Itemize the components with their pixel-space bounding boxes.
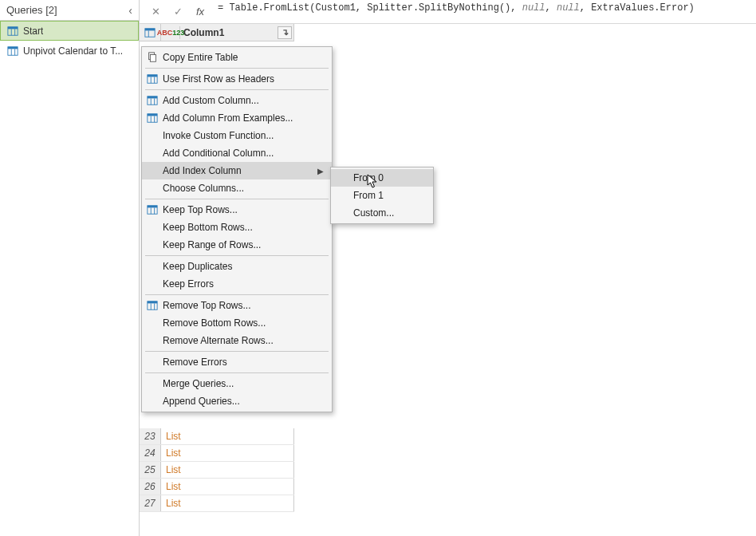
- menu-item[interactable]: Copy Entire Table: [142, 49, 332, 66]
- svg-rect-26: [148, 206, 157, 208]
- chevron-right-icon: ▶: [313, 167, 324, 175]
- pane-collapse-icon[interactable]: ‹: [128, 4, 132, 17]
- cell[interactable]: List: [161, 428, 294, 444]
- submenu-item[interactable]: From 0: [331, 169, 433, 187]
- row-index: 23: [140, 428, 161, 444]
- queries-title: Queries [2]: [6, 4, 57, 16]
- menu-item[interactable]: Add Index Column▶: [142, 162, 332, 179]
- column-filter-dropdown[interactable]: [278, 26, 292, 39]
- menu-item[interactable]: Keep Range of Rows...: [142, 236, 332, 254]
- table-row[interactable]: 27 List: [140, 495, 294, 512]
- table-icon: [142, 300, 163, 311]
- table-icon: [142, 73, 163, 85]
- menu-item[interactable]: Remove Errors: [142, 353, 332, 371]
- menu-separator: [145, 294, 329, 295]
- formula-cancel-button[interactable]: ✕: [144, 2, 167, 22]
- menu-item-label: Add Index Column: [163, 165, 313, 176]
- menu-item[interactable]: Add Column From Examples...: [142, 109, 332, 127]
- menu-item[interactable]: Remove Alternate Rows...: [142, 332, 332, 349]
- cell[interactable]: List: [161, 495, 294, 511]
- menu-separator: [145, 372, 329, 373]
- formula-fx-button[interactable]: fx: [189, 2, 211, 22]
- menu-item-label: Keep Range of Rows...: [163, 239, 324, 250]
- table-header-row: ABC123 Column1: [140, 24, 294, 41]
- svg-rect-9: [145, 28, 155, 30]
- table-icon: [142, 112, 163, 124]
- table-body: 23 List 24 List 25 List 26 List 27 List: [140, 428, 294, 512]
- column-header-label: Column1: [183, 27, 224, 38]
- queries-header: Queries [2] ‹: [0, 0, 139, 21]
- row-index: 24: [140, 445, 161, 461]
- menu-item-label: Add Conditional Column...: [163, 148, 324, 159]
- menu-item[interactable]: Append Queries...: [142, 392, 332, 410]
- table-row[interactable]: 25 List: [140, 462, 294, 479]
- menu-item-label: Merge Queries...: [163, 378, 324, 389]
- table-row[interactable]: 26 List: [140, 479, 294, 495]
- context-menu: Copy Entire TableUse First Row as Header…: [141, 46, 333, 412]
- menu-separator: [145, 68, 329, 69]
- menu-item[interactable]: Keep Bottom Rows...: [142, 219, 332, 236]
- query-label: Start: [23, 26, 43, 37]
- menu-item-label: Copy Entire Table: [163, 52, 324, 63]
- cell[interactable]: List: [161, 479, 294, 495]
- svg-rect-1: [8, 26, 18, 29]
- query-item-unpivot[interactable]: Unpivot Calendar to T...: [0, 41, 139, 61]
- menu-item-label: Use First Row as Headers: [163, 73, 324, 85]
- column-header-column1[interactable]: ABC123 Column1: [161, 24, 294, 41]
- submenu-item[interactable]: From 1: [331, 187, 433, 204]
- menu-item[interactable]: Remove Top Rows...: [142, 297, 332, 314]
- menu-item[interactable]: Keep Top Rows...: [142, 201, 332, 219]
- submenu-item[interactable]: Custom...: [331, 204, 433, 222]
- menu-item-label: Remove Alternate Rows...: [163, 335, 324, 346]
- table-icon: [142, 204, 163, 215]
- menu-item[interactable]: Merge Queries...: [142, 375, 332, 392]
- query-label: Unpivot Calendar to T...: [23, 45, 123, 57]
- menu-item-label: Add Custom Column...: [163, 95, 324, 106]
- menu-item[interactable]: Add Conditional Column...: [142, 144, 332, 162]
- menu-item-label: Add Column From Examples...: [163, 112, 324, 124]
- menu-separator: [145, 89, 329, 90]
- table-row[interactable]: 23 List: [140, 428, 294, 445]
- formula-input[interactable]: = Table.FromList(Custom1, Splitter.Split…: [211, 2, 756, 22]
- svg-rect-12: [150, 55, 156, 62]
- menu-item-label: Remove Bottom Rows...: [163, 317, 324, 329]
- queries-pane: Queries [2] ‹ Start Unpivot Calendar to …: [0, 0, 140, 536]
- query-item-start[interactable]: Start: [0, 21, 139, 41]
- menu-item-label: Remove Top Rows...: [163, 300, 324, 311]
- menu-item[interactable]: Use First Row as Headers: [142, 70, 332, 88]
- copy-icon: [142, 52, 163, 63]
- menu-item-label: Keep Errors: [163, 278, 324, 290]
- table-icon: [7, 45, 18, 57]
- formula-bar: ✕ ✓ fx = Table.FromList(Custom1, Splitte…: [140, 0, 756, 24]
- svg-rect-18: [148, 97, 157, 99]
- table-icon: [7, 26, 18, 37]
- menu-item[interactable]: Invoke Custom Function...: [142, 127, 332, 144]
- menu-item-label: Keep Bottom Rows...: [163, 222, 324, 233]
- menu-separator: [145, 351, 329, 352]
- menu-item-label: Choose Columns...: [163, 183, 324, 194]
- menu-item-label: Keep Duplicates: [163, 261, 324, 272]
- menu-item[interactable]: Keep Duplicates: [142, 258, 332, 275]
- menu-item-label: Invoke Custom Function...: [163, 130, 324, 141]
- formula-commit-button[interactable]: ✓: [167, 2, 189, 22]
- cell[interactable]: List: [161, 462, 294, 478]
- menu-item[interactable]: Choose Columns...: [142, 179, 332, 197]
- menu-separator: [145, 255, 329, 256]
- row-index: 27: [140, 495, 161, 511]
- cell[interactable]: List: [161, 445, 294, 461]
- table-row[interactable]: 24 List: [140, 445, 294, 462]
- context-submenu: From 0From 1Custom...: [330, 167, 434, 224]
- table-icon: [142, 95, 163, 106]
- svg-rect-30: [148, 302, 157, 304]
- menu-item[interactable]: Add Custom Column...: [142, 92, 332, 109]
- any-type-icon: ABC123: [164, 26, 180, 39]
- menu-item[interactable]: Keep Errors: [142, 275, 332, 293]
- menu-separator: [145, 199, 329, 199]
- row-index: 25: [140, 462, 161, 478]
- svg-rect-5: [8, 46, 18, 49]
- svg-rect-22: [148, 114, 157, 116]
- menu-item-label: Remove Errors: [163, 357, 324, 368]
- row-index: 26: [140, 479, 161, 495]
- menu-item[interactable]: Remove Bottom Rows...: [142, 314, 332, 332]
- menu-item-label: Keep Top Rows...: [163, 204, 324, 215]
